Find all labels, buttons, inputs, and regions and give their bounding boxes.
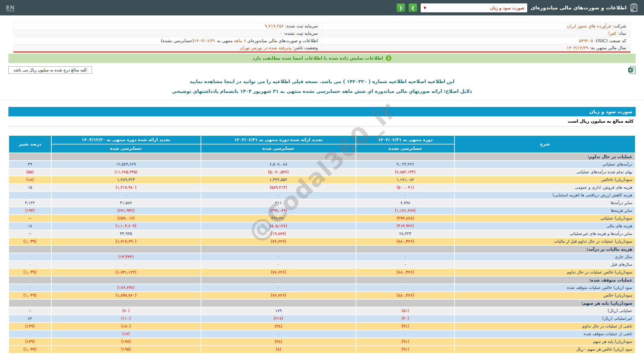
cell-value: ۰	[201, 261, 356, 268]
table-row: سایر درآمدها۶,۷۹۸۲۱۱۴۱,۵۸۶۳,۱۲۲	[9, 199, 635, 206]
cell-value: (۸۸۰,۴۲۶)	[356, 269, 454, 276]
statement-type-dropdown[interactable]: صورت سود و زیان ▼	[421, 3, 527, 12]
isic-code-value: ۵۴۹۲۰۵	[579, 38, 593, 43]
issuer-status-label: وضعیت ناشر:	[293, 45, 318, 50]
cell-value: (۱,۷۳۱,۱۲۲)	[52, 269, 201, 276]
table-row: سال‌های قبل۰۰۰۰	[9, 261, 635, 268]
statement-units-note: کلیه مبالغ به میلیون ریال است	[8, 116, 636, 126]
col-header: شرح	[455, 136, 635, 153]
row-label: هزینه کاهش ارزش دریافتنی ها (هزینه استثن…	[455, 192, 635, 199]
signature-match-text: اطلاعات نمایش داده شده با اطلاعات امضا ش…	[253, 56, 383, 61]
isic-code-label: کد صنعت (ISIC):	[594, 38, 626, 43]
cell-value: (۱۳۹)	[9, 323, 51, 330]
excel-export-icon[interactable]: X	[628, 66, 636, 74]
cell-value: (۹۱)	[356, 323, 454, 330]
cell-value: (۳۹۹,۰۶۹)	[201, 207, 356, 214]
cell-value: (۵۱)	[356, 307, 454, 314]
dropdown-selected-value: صورت سود و زیان	[490, 5, 524, 10]
cell-value	[356, 246, 454, 253]
cell-value: (۹۱)	[356, 346, 454, 353]
table-row: بهای تمام شده درآمدهای عملیاتی(۷,۸۵۲,۱۴۴…	[9, 169, 635, 176]
unregistered-capital-value: ۰	[280, 31, 282, 36]
page-title: اطلاعات و صورت‌های مالی میاندوره‌ای	[531, 5, 627, 11]
cell-value: (۲۱۷)	[201, 315, 356, 322]
cell-value: ۰	[356, 261, 454, 268]
cell-value: ۰	[9, 261, 51, 268]
row-label: عملیاتی (ریال)	[455, 307, 635, 314]
section-row: سود(زیان) پایه هر سهم:	[9, 300, 635, 307]
topbar-right-group: اطلاعات و صورت‌های مالی میاندوره‌ای صورت…	[396, 3, 638, 12]
cell-value	[52, 300, 201, 307]
cell-value	[356, 153, 454, 160]
cell-value: (۵۸۹,۳۱۴)	[201, 184, 356, 191]
ticker-symbol-value: کفرا	[608, 31, 616, 36]
cell-value: (۷۶,۶۲۶)	[201, 238, 356, 245]
cell-value: (۱۹۴)	[9, 207, 51, 214]
cell-value: ۰	[52, 261, 201, 268]
col-header: حسابرسی شده	[201, 144, 356, 153]
row-label: سال‌های قبل	[455, 261, 635, 268]
table-row: سود (زیان) خالص عملیات متوقف شده۰۰(۱۶۶,۶…	[9, 284, 635, 291]
cell-value: ۱۷۹	[201, 307, 356, 314]
company-name-value: فرآورده هاي نسوز ايران	[567, 23, 611, 28]
cell-value: (۴۱۴,۹۲۲)	[356, 223, 454, 230]
row-label: سود(زیان) خالص	[455, 292, 635, 299]
cell-value: ۱,۱۷۱,۰۸۲	[356, 176, 454, 183]
cell-value: ۶,۷۹۸	[356, 199, 454, 206]
cell-value: ۰	[9, 330, 51, 338]
cell-value: ۱,۲۸۹,۳۲۴	[52, 176, 201, 183]
amendment-notice[interactable]: این اطلاعیه اصلاحیه اطلاعیه شماره ( ۱۴۲۰…	[0, 79, 644, 84]
table-row: سود(زیان) خالص(۸۸۰,۴۲۶)(۷۶,۶۲۶)(۱,۸۹۷,۷۶…	[9, 292, 635, 299]
row-label: سود(زیان) خالص عملیات در حال تداوم	[455, 269, 635, 276]
cell-value	[9, 277, 51, 284]
cell-value: (۱۹,۸۷۹)	[201, 230, 356, 237]
table-row: هزینه های مالی(۴۱۴,۹۲۲)(۵۰۵,۱۲۷)(۱,۱۰۳,۶…	[9, 223, 635, 230]
cell-value: ۱۲,۵۶۴,۶۶۹	[52, 161, 201, 168]
cell-value: (۳۸)	[201, 323, 356, 330]
row-label: سود(زیان) عملیاتی	[455, 215, 635, 222]
info-row: سال مالی منتهی به: ۱۴۰۴/۱۲/۲۹ وضعیت ناشر…	[14, 45, 631, 52]
cell-value: (۱,۰۴۹)	[9, 238, 51, 245]
cell-value: ۰	[201, 192, 356, 199]
announcement-clipboard-icon	[630, 3, 638, 12]
cell-value: (۸)	[201, 346, 356, 353]
ticker-symbol-label: نماد:	[618, 31, 626, 36]
cell-value: (۱۸)	[9, 176, 51, 183]
report-period-audit-note: (حسابرسی نشده)	[161, 38, 194, 43]
row-label: سایر درآمدها و هزینه های غیرعملیاتی	[455, 230, 635, 237]
registered-capital-label: سرمایه ثبت شده:	[285, 23, 318, 28]
row-label: سود(زیان) پایه هر سهم:	[455, 300, 635, 307]
col-header: دوره منتهی به ۱۴۰۴/۰۶/۳۱	[356, 136, 454, 144]
issuer-status-value: پذیرفته شده در بورس تهران	[240, 45, 291, 50]
row-label: سایر هزینه‌ها	[455, 207, 635, 214]
company-info-table: شرکت: فرآورده هاي نسوز ايران سرمایه ثبت …	[13, 22, 631, 53]
cell-value: (۱,۰۴۹)	[9, 269, 51, 276]
cell-value: ۲۸,۳۲۴	[356, 230, 454, 237]
cell-value	[52, 277, 201, 284]
info-icon: i	[386, 55, 391, 61]
report-period-end-date: ۱۴۰۴/۰۶/۳۱	[194, 38, 216, 43]
cell-value: ۱,۴۳۶,۵۵۲	[201, 176, 356, 183]
report-period-text: اطلاعات و صورت‌های مالی میاندوره‌ای	[246, 38, 318, 43]
row-label: عملیات در حال تداوم:	[455, 153, 635, 160]
cell-value	[201, 277, 356, 284]
table-row: سایر درآمدها و هزینه های غیرعملیاتی۲۸,۳۲…	[9, 230, 635, 237]
previous-statement-button[interactable]: ❮	[396, 3, 405, 12]
cell-value: (۱۱۰)	[52, 315, 201, 322]
col-header: تجدید ارائه شده دوره منتهی به ۱۴۰۳/۰۶/۳۱	[201, 136, 356, 144]
next-statement-button[interactable]: ❯	[409, 3, 417, 12]
cell-value: (۱۹۵)	[52, 346, 201, 353]
cell-value	[9, 153, 51, 160]
cell-value: (۶۷۱,۹۴۶)	[52, 207, 201, 214]
divider	[0, 100, 644, 100]
cell-value: ۴۱,۵۸۶	[52, 199, 201, 206]
cell-value: ۳,۱۲۲	[9, 199, 51, 206]
col-header: حسابرسی نشده	[356, 144, 454, 153]
cell-value: (۸۸۰,۴۲۶)	[356, 238, 454, 245]
cell-value: (۱۱,۲۷۵,۳۴۵)	[52, 169, 201, 176]
cell-value: (۵,۰۷۰,۵۳۶)	[201, 169, 356, 176]
statement-title-bar: صورت سود و زیان	[8, 107, 636, 116]
section-row: هزینه مالیات بر درآمد:	[9, 246, 635, 253]
language-switch-link[interactable]: EN	[6, 5, 15, 11]
cell-value	[52, 246, 201, 253]
